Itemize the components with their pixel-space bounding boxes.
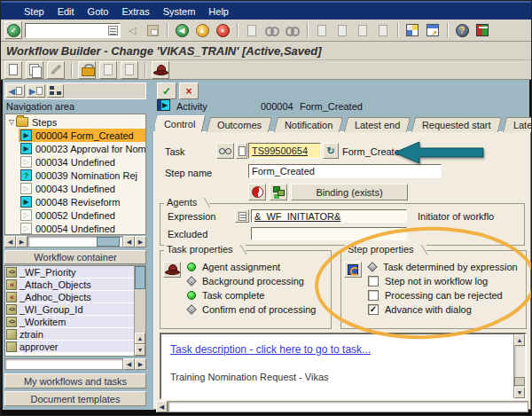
scrollbar-track[interactable]	[168, 401, 528, 412]
help-button[interactable]: ?	[453, 21, 471, 39]
toolbar-separator	[307, 23, 308, 37]
container-element-item[interactable]: « _Adhoc_Objects	[5, 291, 134, 303]
enter-button[interactable]: ✓	[4, 21, 22, 39]
tree-step-item[interactable]: ▶ 000023 Approval for Nom	[5, 142, 145, 155]
task-id-field[interactable]: TS99500654	[248, 143, 321, 159]
binding-structure-button[interactable]	[270, 184, 287, 200]
step-back-button[interactable]: ◀	[6, 84, 25, 98]
scrollbar-track[interactable]	[27, 236, 123, 247]
tab-outcomes[interactable]: Outcomes	[207, 117, 272, 132]
scrollbar-track[interactable]	[135, 289, 145, 333]
expression-select-button[interactable]	[235, 209, 249, 223]
tab-latest-start[interactable]: Latest start	[503, 117, 532, 132]
menu-system[interactable]: System	[163, 6, 196, 17]
tree-step-item[interactable]: ▷ 000052 Undefined	[5, 208, 145, 222]
scroll-left-button[interactable]: ◀	[156, 401, 168, 412]
checkbox[interactable]	[368, 290, 379, 301]
container-horizontal-scrollbar: ◀ ▶	[4, 358, 146, 370]
container-element-item[interactable]: approver	[5, 341, 134, 353]
collapse-icon[interactable]: ▽	[7, 118, 16, 126]
menu-help[interactable]: Help	[208, 6, 229, 17]
refresh-task-button[interactable]: ↻	[323, 143, 339, 159]
reject-button[interactable]: ×	[179, 82, 199, 99]
scroll-right-button[interactable]: ▶	[135, 358, 146, 370]
container-element-item[interactable]: « _Attach_Objects	[5, 279, 134, 291]
scroll-left-button[interactable]: ◀	[4, 236, 16, 247]
step-forward-button[interactable]: ▶	[27, 84, 45, 98]
agents-groupbox: Agents Expression &_WF_INITIATOR& Initia…	[160, 203, 525, 246]
container-element-item[interactable]: ztrain	[5, 328, 134, 341]
tab-notification[interactable]: Notification	[273, 117, 343, 132]
exit-button[interactable]: ▲	[193, 21, 211, 39]
cancel-button[interactable]: ×	[214, 21, 231, 39]
tree-step-item[interactable]: ▷ 000034 Undefined	[5, 155, 145, 169]
tab-requested-start[interactable]: Requested start	[411, 117, 502, 132]
syntax-check-button[interactable]	[78, 61, 96, 79]
workflow-container-header[interactable]: Workflow container	[4, 250, 146, 264]
task-label: Task	[165, 146, 185, 157]
diamond-icon[interactable]	[367, 262, 377, 271]
document-templates-button[interactable]: Document templates	[4, 391, 146, 406]
task-description-link[interactable]: Task description - click here to go to t…	[170, 343, 371, 356]
activate-button	[99, 61, 117, 79]
expression-field[interactable]: &_WF_INITIATOR&	[251, 209, 407, 223]
scrollbar-thumb[interactable]	[97, 237, 120, 247]
task-properties-header: Task properties	[164, 244, 246, 255]
create-button[interactable]	[4, 61, 22, 79]
scroll-left-button[interactable]: ◀	[123, 236, 135, 247]
binding-button[interactable]: Binding (exists)	[291, 184, 408, 200]
container-element-item[interactable]: <> _Workitem	[5, 316, 134, 328]
application-toolbar	[1, 60, 532, 80]
step-property-row[interactable]: ✓ Advance with dialog	[341, 302, 526, 317]
shortcut-button[interactable]	[424, 21, 442, 39]
scroll-down-button[interactable]: ▼	[514, 387, 525, 398]
container-element-icon: <>	[6, 317, 17, 327]
command-history-icon[interactable]	[108, 26, 118, 35]
customize-layout-button[interactable]	[473, 21, 491, 39]
copy-button[interactable]	[26, 61, 43, 79]
excluded-field[interactable]	[251, 227, 407, 240]
tree-step-item[interactable]: ▷ 000054 Undefined	[5, 222, 145, 235]
scrollbar-track[interactable]	[514, 346, 525, 387]
scrollbar-thumb[interactable]	[514, 377, 525, 386]
overview-button[interactable]	[47, 84, 64, 98]
agent-pie-button[interactable]	[248, 184, 266, 200]
workflow-hat-button[interactable]	[152, 61, 169, 79]
confirm-button[interactable]: ✓	[157, 82, 176, 99]
container-element-item[interactable]: <> _WI_Group_Id	[5, 303, 134, 316]
command-input[interactable]	[25, 23, 121, 38]
back-button[interactable]: ◀	[173, 21, 191, 39]
step-property-row[interactable]: Step not in workflow log	[341, 274, 526, 288]
tree-step-item[interactable]: ▶ 000004 Form_Created	[5, 129, 145, 142]
menu-goto[interactable]: Goto	[88, 6, 109, 17]
new-session-button[interactable]	[403, 21, 421, 39]
scroll-right-button[interactable]: ▶	[16, 236, 27, 247]
copy-task-button[interactable]	[236, 143, 247, 159]
my-workflows-button[interactable]: My workflows and tasks	[4, 373, 146, 389]
scroll-right-button[interactable]: ▶	[135, 236, 146, 247]
page-up-icon	[338, 25, 347, 36]
tree-step-item[interactable]: ▶ 000048 Reviseform	[5, 195, 145, 208]
tree-step-item[interactable]: ▷ 000043 Undefined	[5, 182, 145, 195]
scroll-up-button[interactable]: ▲	[514, 334, 525, 346]
task-name-text: Form_Created	[342, 146, 405, 157]
tree-node-steps[interactable]: ▽ Steps	[5, 115, 145, 129]
tab-latest-end[interactable]: Latest end	[344, 117, 411, 132]
container-element-item[interactable]: <> _WF_Priority	[5, 266, 134, 279]
container-element-icon: <>	[6, 267, 17, 278]
checkbox[interactable]	[368, 276, 379, 286]
tree-step-item[interactable]: ? 000039 Nomination Rej	[5, 169, 145, 182]
scrollbar-thumb[interactable]	[135, 266, 145, 289]
scroll-left-button[interactable]: ◀	[123, 358, 135, 370]
step-property-row[interactable]: Processing can be rejected	[341, 288, 526, 302]
checkbox[interactable]: ✓	[368, 304, 379, 315]
scroll-up-button[interactable]: ▲	[135, 333, 145, 344]
scrollbar-track[interactable]	[4, 358, 123, 370]
menu-step[interactable]: Step	[24, 6, 44, 17]
menu-edit[interactable]: Edit	[58, 6, 74, 17]
step-name-field[interactable]: Form_Created	[248, 164, 442, 178]
display-task-button[interactable]	[216, 143, 234, 159]
tab-control[interactable]: Control	[155, 115, 207, 132]
menu-extras[interactable]: Extras	[121, 6, 149, 17]
scroll-down-button[interactable]: ▼	[135, 344, 145, 356]
